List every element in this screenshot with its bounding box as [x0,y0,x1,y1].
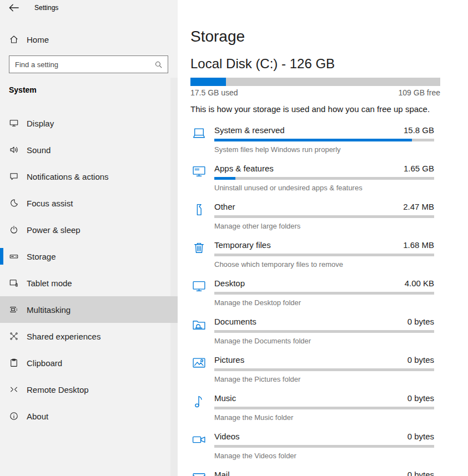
category-size: 15.8 GB [404,125,434,135]
storage-category-list: System & reserved 15.8 GB System files h… [190,123,440,476]
back-arrow-icon [8,2,19,13]
sidebar-item-clipboard[interactable]: Clipboard [0,350,178,376]
search-input[interactable] [9,60,154,69]
storage-row-other[interactable]: Other 2.47 MB Manage other large folders [190,199,440,237]
sidebar-item-remote-desktop[interactable]: Remote Desktop [0,376,178,403]
home-icon [9,34,19,44]
documents-folder-icon [192,317,207,332]
disk-title: Local Disk (C:) - 126 GB [190,56,335,72]
category-name: Mail [214,470,230,476]
sidebar-item-notifications[interactable]: Notifications & actions [0,163,178,190]
sound-icon [9,145,19,155]
search-icon[interactable] [154,60,163,69]
category-size: 4.00 KB [405,278,434,288]
category-name: Videos [214,432,240,441]
category-description: Manage the Documents folder [214,337,434,345]
clipboard-icon [9,358,19,368]
category-usage-bar [214,407,434,409]
category-usage-bar [214,215,434,218]
sidebar-item-label: Tablet mode [27,278,72,288]
sidebar-item-label: Multitasking [27,305,71,315]
sidebar-item-storage[interactable]: Storage [0,243,178,270]
storage-row-pictures[interactable]: Pictures 0 bytes Manage the Pictures fol… [190,352,440,391]
category-description: Manage the Music folder [214,413,434,422]
notifications-icon [9,171,19,181]
category-size: 0 bytes [407,470,434,476]
category-name: Documents [214,317,256,326]
desktop-monitor-icon [192,279,207,294]
sidebar-item-tablet-mode[interactable]: Tablet mode [0,270,178,296]
category-usage-bar [214,445,434,448]
main-content: Storage Local Disk (C:) - 126 GB 17.5 GB… [178,0,468,476]
category-usage-bar-fill [214,177,235,180]
sidebar-item-multitasking[interactable]: Multitasking [0,296,178,323]
storage-row-mail[interactable]: Mail 0 bytes [190,467,440,476]
sidebar-item-display[interactable]: Display [0,110,178,136]
disk-usage-bar-fill [190,78,226,86]
category-description: Manage other large folders [214,222,434,230]
info-icon [9,411,19,421]
sidebar-item-power-sleep[interactable]: Power & sleep [0,216,178,243]
category-name: Desktop [214,278,245,288]
sidebar-item-home[interactable]: Home [0,31,178,48]
category-name: Temporary files [214,240,271,250]
back-button[interactable] [8,2,19,13]
storage-row-videos[interactable]: Videos 0 bytes Manage the Videos folder [190,429,440,467]
sidebar-item-label: Remote Desktop [27,385,89,394]
sidebar-item-sound[interactable]: Sound [0,136,178,163]
sidebar-item-focus-assist[interactable]: Focus assist [0,190,178,216]
storage-row-documents[interactable]: Documents 0 bytes Manage the Documents f… [190,314,440,352]
storage-drive-icon [9,251,19,261]
category-name: Pictures [214,355,244,364]
storage-row-music[interactable]: Music 0 bytes Manage the Music folder [190,391,440,429]
music-note-icon [192,394,207,409]
disk-usage-labels: 17.5 GB used 109 GB free [190,88,440,97]
search-box[interactable] [9,55,168,73]
page-title: Storage [190,28,245,45]
storage-row-system-reserved[interactable]: System & reserved 15.8 GB System files h… [190,123,440,161]
storage-row-desktop[interactable]: Desktop 4.00 KB Manage the Desktop folde… [190,276,440,314]
sidebar-item-about[interactable]: About [0,403,178,429]
category-usage-bar [214,254,434,256]
category-description: Manage the Videos folder [214,452,434,460]
trash-icon [192,241,207,256]
category-name: Apps & features [214,164,274,173]
storage-row-temporary-files[interactable]: Temporary files 1.68 MB Choose which tem… [190,237,440,276]
mail-icon [192,470,207,476]
sidebar-item-shared-experiences[interactable]: Shared experiences [0,323,178,350]
category-usage-bar [214,139,434,141]
category-description: Choose which temporary files to remove [214,260,434,269]
sidebar-item-label: About [27,412,48,421]
pictures-icon [192,356,207,371]
sidebar-item-label: Clipboard [27,358,62,368]
category-size: 0 bytes [407,393,434,403]
sidebar-nav: Display Sound Notifications & actions [0,110,178,429]
storage-intro-text: This is how your storage is used and how… [190,104,430,114]
window-title: Settings [34,4,58,12]
category-name: System & reserved [214,125,285,135]
sidebar-item-label: Power & sleep [27,225,80,235]
category-size: 0 bytes [407,432,434,441]
category-size: 1.68 MB [403,240,434,250]
storage-row-apps-features[interactable]: Apps & features 1.65 GB Uninstall unused… [190,161,440,199]
video-camera-icon [192,432,207,447]
disk-usage-bar [190,78,440,86]
category-usage-bar [214,292,434,295]
category-usage-bar-fill [214,139,412,141]
focus-assist-moon-icon [9,198,19,208]
category-size: 1.65 GB [404,164,434,173]
other-folder-icon [192,202,207,217]
disk-free-label: 109 GB free [399,88,441,97]
category-name: Music [214,393,236,403]
display-icon [9,118,19,128]
settings-window: Settings Home System Display [0,0,468,476]
shared-experiences-icon [9,331,19,341]
power-icon [9,225,19,235]
section-heading-system: System [9,85,37,94]
sidebar-item-label: Storage [27,252,56,261]
category-size: 0 bytes [407,355,434,364]
apps-monitor-icon [192,164,207,179]
sidebar: Settings Home System Display [0,0,178,476]
category-size: 2.47 MB [403,202,434,211]
sidebar-item-label: Display [27,119,54,128]
